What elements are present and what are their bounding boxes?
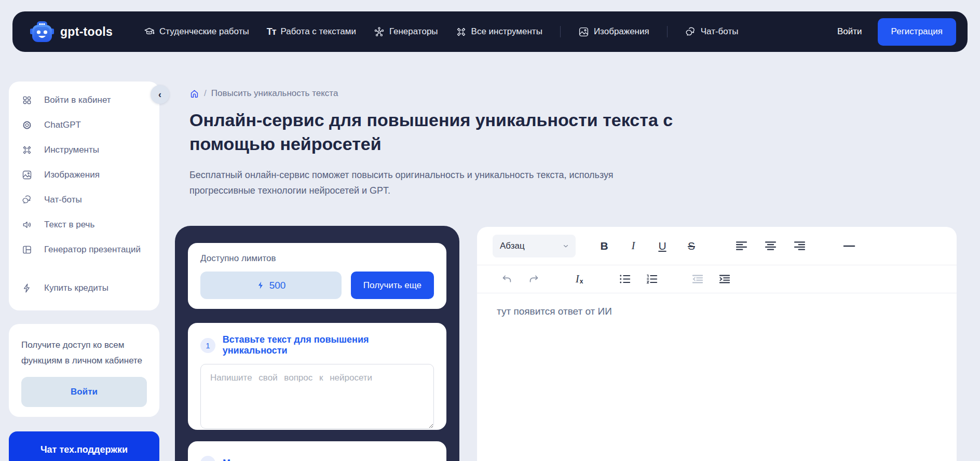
redo-icon[interactable] (526, 270, 541, 288)
editor-output-placeholder[interactable]: тут появится ответ от ИИ (477, 293, 957, 330)
sidebar-item-cabinet[interactable]: Войти в кабинет (9, 88, 159, 113)
sidebar: Войти в кабинет ChatGPT Инструменты Изоб… (9, 82, 159, 461)
step1-label: Вставьте текст для повышения уникальност… (223, 334, 434, 356)
breadcrumb-page: Повысить уникальность текста (211, 88, 338, 99)
logo[interactable]: gpt-tools (30, 21, 113, 43)
robot-logo-icon (30, 21, 54, 43)
sidebar-promo-card: Получите доступ ко всем функциям в лично… (9, 324, 159, 417)
sidebar-item-buy-credits[interactable]: Купить кредиты (9, 276, 159, 301)
nav-item-chatbots[interactable]: Чат-боты (685, 26, 739, 37)
promo-login-button[interactable]: Войти (21, 377, 147, 407)
sidebar-item-tools[interactable]: Инструменты (9, 138, 159, 162)
editor-toolbar-row1: Абзац B I U S (477, 227, 957, 265)
image-icon (578, 26, 589, 37)
generator-icon (374, 26, 385, 37)
step2-header: 2 Модель (200, 456, 434, 461)
sidebar-item-text-to-speech[interactable]: Текст в речь (9, 212, 159, 237)
clear-formatting-button[interactable]: Ix (571, 270, 587, 288)
main-content: / Повысить уникальность текста Онлайн-се… (189, 88, 729, 198)
align-center-button[interactable] (763, 237, 778, 255)
editor-toolbar-row2: Ix (477, 265, 957, 293)
sidebar-item-label: Изображения (44, 170, 100, 180)
sidebar-item-label: ChatGPT (44, 120, 81, 130)
bullet-list-button[interactable] (617, 270, 633, 288)
nav-item-images[interactable]: Изображения (578, 26, 649, 37)
text-icon: Tт (267, 26, 276, 37)
limits-label: Доступно лимитов (200, 253, 434, 264)
lightning-icon (21, 283, 33, 293)
sidebar-item-label: Текст в речь (44, 220, 94, 230)
nav-item-label: Все инструменты (471, 26, 542, 37)
support-chat-button[interactable]: Чат тех.поддержки (9, 431, 159, 461)
nav-menu: Студенческие работы Tт Работа с текстами… (144, 26, 738, 37)
limits-counter: 500 (200, 272, 342, 299)
paragraph-style-value: Абзац (500, 241, 525, 251)
get-more-button[interactable]: Получить еще (351, 272, 434, 299)
sidebar-item-label: Генератор презентаций (44, 245, 141, 255)
nav-item-text-work[interactable]: Tт Работа с текстами (267, 26, 356, 37)
nav-separator (560, 26, 561, 37)
sidebar-item-chatgpt[interactable]: ChatGPT (9, 113, 159, 138)
underline-button[interactable]: U (655, 237, 670, 255)
numbered-list-button[interactable] (644, 270, 660, 288)
align-left-button[interactable] (733, 237, 749, 255)
sidebar-item-chatbots[interactable]: Чат-боты (9, 187, 159, 212)
chatgpt-icon (21, 120, 33, 130)
nav-item-generators[interactable]: Генераторы (374, 26, 438, 37)
nav-right: Войти Регистрация (837, 18, 956, 46)
page: gpt-tools Студенческие работы Tт Работа … (0, 0, 980, 461)
horizontal-rule-button[interactable] (841, 237, 857, 255)
top-navbar: gpt-tools Студенческие работы Tт Работа … (12, 11, 968, 52)
outdent-button[interactable] (690, 270, 705, 288)
speaker-icon (21, 220, 33, 230)
sidebar-item-label: Инструменты (44, 145, 99, 155)
nav-item-all-tools[interactable]: Все инструменты (456, 26, 542, 37)
nav-separator (667, 26, 668, 37)
bold-button[interactable]: B (596, 237, 612, 255)
sidebar-menu-card: Войти в кабинет ChatGPT Инструменты Изоб… (9, 82, 159, 310)
step1-header: 1 Вставьте текст для повышения уникально… (200, 334, 434, 356)
chevron-down-icon (562, 242, 569, 250)
nav-item-label: Изображения (594, 26, 649, 37)
chat-icon (21, 195, 33, 205)
sidebar-item-presentation-generator[interactable]: Генератор презентаций (9, 237, 159, 262)
limits-card: Доступно лимитов 500 Получить еще (188, 243, 446, 309)
graduation-cap-icon (144, 26, 155, 37)
undo-icon[interactable] (499, 270, 514, 288)
step2-badge: 2 (200, 456, 215, 461)
sidebar-item-label: Войти в кабинет (44, 95, 111, 105)
image-icon (21, 170, 33, 180)
chat-icon (685, 26, 696, 37)
tools-icon (456, 26, 467, 37)
limits-value: 500 (269, 280, 286, 291)
nav-item-student-works[interactable]: Студенческие работы (144, 26, 249, 37)
paragraph-style-select[interactable]: Абзац (493, 235, 576, 257)
limits-row: 500 Получить еще (200, 272, 434, 299)
home-icon[interactable] (189, 89, 199, 99)
sidebar-collapse-button[interactable]: ‹ (151, 85, 169, 104)
logo-text: gpt-tools (60, 25, 113, 39)
step1-badge: 1 (200, 338, 215, 353)
register-button[interactable]: Регистрация (878, 18, 956, 46)
login-link[interactable]: Войти (837, 26, 862, 37)
promo-text: Получите доступ ко всем функциям в лично… (21, 337, 147, 369)
tool-panel: Доступно лимитов 500 Получить еще 1 Вста… (175, 226, 459, 461)
dashboard-icon (21, 95, 33, 105)
align-right-button[interactable] (792, 237, 807, 255)
italic-button[interactable]: I (625, 237, 641, 255)
indent-button[interactable] (717, 270, 732, 288)
sidebar-item-label: Купить кредиты (44, 283, 108, 293)
sidebar-item-images[interactable]: Изображения (9, 162, 159, 187)
strikethrough-button[interactable]: S (684, 237, 699, 255)
step2-card: 2 Модель (188, 441, 446, 461)
result-editor: Абзац B I U S (477, 227, 957, 461)
tools-icon (21, 145, 33, 155)
nav-item-label: Генераторы (389, 26, 438, 37)
step1-card: 1 Вставьте текст для повышения уникально… (188, 323, 446, 430)
breadcrumb: / Повысить уникальность текста (189, 88, 729, 99)
sidebar-item-label: Чат-боты (44, 195, 82, 205)
source-text-input[interactable] (200, 364, 434, 429)
presentation-icon (21, 245, 33, 255)
bolt-icon (256, 281, 265, 290)
nav-item-label: Студенческие работы (159, 26, 249, 37)
